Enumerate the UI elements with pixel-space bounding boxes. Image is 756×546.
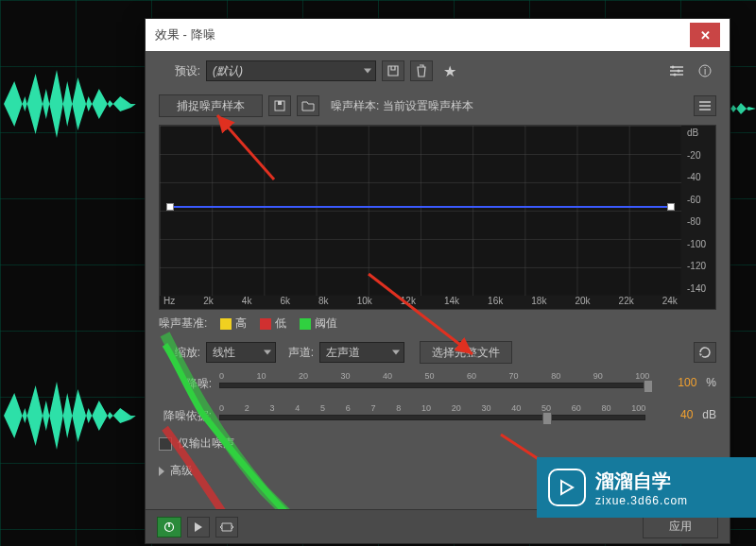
settings-icon-button[interactable] bbox=[665, 60, 688, 81]
legend-title: 噪声基准: bbox=[159, 316, 207, 332]
rb-bar[interactable] bbox=[219, 415, 645, 420]
svg-point-1 bbox=[678, 70, 680, 73]
nr-label: 降噪: bbox=[159, 376, 212, 394]
threshold-handle-left[interactable] bbox=[166, 203, 174, 211]
output-noise-checkbox[interactable] bbox=[159, 437, 172, 451]
legend-item-high: 高 bbox=[220, 316, 247, 332]
reduce-by-slider-row: 降噪依据: 0234567810203040506080100 40 dB bbox=[159, 403, 716, 426]
noise-sample-status: 噪声样本: 当前设置噪声样本 bbox=[331, 98, 473, 114]
select-entire-file-button[interactable]: 选择完整文件 bbox=[420, 341, 512, 364]
close-button[interactable]: ✕ bbox=[690, 23, 720, 47]
watermark-brand: 溜溜自学 bbox=[595, 469, 688, 494]
y-tick: -140 bbox=[683, 283, 715, 294]
x-tick: 4k bbox=[242, 296, 252, 309]
rb-scale: 0234567810203040506080100 bbox=[219, 403, 645, 415]
titlebar: 效果 - 降噪 ✕ bbox=[146, 19, 730, 51]
graph-options-button[interactable] bbox=[694, 95, 716, 116]
save-preset-button[interactable] bbox=[382, 60, 404, 81]
chevron-down-icon bbox=[392, 350, 400, 355]
scale-value: 线性 bbox=[213, 345, 235, 361]
scale-row: 缩放: 线性 声道: 左声道 选择完整文件 bbox=[159, 341, 716, 364]
rb-value[interactable]: 40 bbox=[653, 408, 693, 421]
y-tick: -80 bbox=[683, 216, 715, 227]
load-sample-button[interactable] bbox=[297, 95, 319, 116]
x-tick: 10k bbox=[357, 296, 372, 309]
delete-preset-button[interactable] bbox=[410, 60, 433, 81]
nr-scale: 0102030405060708090100 bbox=[219, 371, 649, 383]
close-icon: ✕ bbox=[700, 28, 711, 43]
rb-thumb[interactable] bbox=[542, 412, 552, 425]
y-tick: -20 bbox=[683, 150, 715, 161]
rb-unit: dB bbox=[702, 408, 716, 421]
x-tick: 12k bbox=[401, 296, 416, 309]
threshold-handle-right[interactable] bbox=[667, 203, 675, 211]
y-tick: dB bbox=[683, 128, 715, 138]
watermark: 溜溜自学 zixue.3d66.com bbox=[537, 457, 756, 518]
svg-text:i: i bbox=[704, 66, 706, 77]
svg-point-0 bbox=[672, 66, 675, 69]
preset-label: 预设: bbox=[159, 63, 200, 79]
nr-thumb[interactable] bbox=[644, 380, 653, 393]
legend: 噪声基准: 高 低 阈值 bbox=[159, 316, 716, 332]
y-tick: -40 bbox=[683, 172, 715, 182]
preview-play-button[interactable] bbox=[187, 517, 210, 537]
y-tick: -60 bbox=[683, 195, 715, 205]
favorite-button[interactable]: ★ bbox=[438, 60, 461, 81]
spectrum-grid bbox=[160, 126, 681, 296]
window-title: 效果 - 降噪 bbox=[155, 26, 215, 43]
nr-slider[interactable]: 0102030405060708090100 bbox=[219, 371, 649, 394]
svg-point-2 bbox=[674, 74, 677, 77]
apply-label: 应用 bbox=[669, 519, 692, 535]
x-tick: 2k bbox=[203, 296, 214, 309]
save-sample-button[interactable] bbox=[268, 95, 291, 116]
watermark-logo-icon bbox=[548, 469, 586, 506]
channel-value: 左声道 bbox=[326, 345, 360, 361]
nr-unit: % bbox=[706, 376, 716, 389]
threshold-line[interactable] bbox=[170, 206, 671, 208]
channel-dropdown[interactable]: 左声道 bbox=[319, 342, 404, 363]
x-axis: Hz 2k 4k 6k 8k 10k 12k 14k 16k 18k 20k 2… bbox=[160, 296, 681, 309]
x-tick: 24k bbox=[662, 296, 678, 309]
info-button[interactable]: i bbox=[694, 60, 716, 81]
nr-bar[interactable] bbox=[219, 383, 649, 388]
output-noise-only-row[interactable]: 仅输出噪声 bbox=[159, 435, 716, 452]
y-axis: dB -20 -40 -60 -80 -100 -120 -140 bbox=[683, 126, 715, 296]
power-toggle[interactable] bbox=[157, 517, 181, 537]
capture-noise-label: 捕捉噪声样本 bbox=[177, 98, 245, 114]
preset-value: (默认) bbox=[213, 63, 243, 79]
preset-dropdown[interactable]: (默认) bbox=[206, 60, 376, 81]
triangle-right-icon bbox=[159, 467, 164, 476]
noise-reduction-slider-row: 降噪: 0102030405060708090100 100 % bbox=[159, 371, 716, 394]
reset-button[interactable] bbox=[694, 342, 716, 363]
scale-dropdown[interactable]: 线性 bbox=[206, 342, 276, 363]
dialog-body: 预设: (默认) ★ i 捕捉噪声样 bbox=[146, 51, 730, 509]
spectrum-canvas bbox=[160, 126, 681, 296]
legend-item-threshold: 阈值 bbox=[300, 316, 337, 332]
x-tick: 22k bbox=[619, 296, 634, 309]
x-tick: 8k bbox=[318, 296, 329, 309]
select-file-label: 选择完整文件 bbox=[432, 345, 500, 361]
preset-row: 预设: (默认) ★ i bbox=[159, 60, 716, 81]
x-tick: 20k bbox=[575, 296, 590, 309]
x-tick: 14k bbox=[444, 296, 459, 309]
spectrum-graph[interactable]: dB -20 -40 -60 -80 -100 -120 -140 Hz 2k … bbox=[159, 125, 716, 310]
output-noise-label: 仅输出噪声 bbox=[178, 435, 234, 452]
capture-noise-button[interactable]: 捕捉噪声样本 bbox=[159, 94, 263, 117]
x-tick: 18k bbox=[531, 296, 546, 309]
y-tick: -120 bbox=[683, 261, 715, 271]
rb-label: 降噪依据: bbox=[159, 408, 212, 426]
channel-label: 声道: bbox=[282, 345, 314, 361]
x-tick: 6k bbox=[280, 296, 290, 309]
advanced-label: 高级 bbox=[170, 463, 193, 479]
legend-item-low: 低 bbox=[260, 316, 286, 332]
nr-value[interactable]: 100 bbox=[657, 376, 696, 389]
x-tick: 16k bbox=[488, 296, 503, 309]
apply-button[interactable]: 应用 bbox=[643, 516, 718, 538]
rb-slider[interactable]: 0234567810203040506080100 bbox=[219, 403, 645, 426]
chevron-down-icon bbox=[264, 350, 271, 355]
star-icon: ★ bbox=[443, 62, 456, 80]
loop-button[interactable] bbox=[215, 517, 238, 537]
svg-rect-6 bbox=[278, 101, 282, 105]
scale-label: 缩放: bbox=[159, 345, 200, 361]
capture-row: 捕捉噪声样本 噪声样本: 当前设置噪声样本 bbox=[159, 94, 716, 117]
